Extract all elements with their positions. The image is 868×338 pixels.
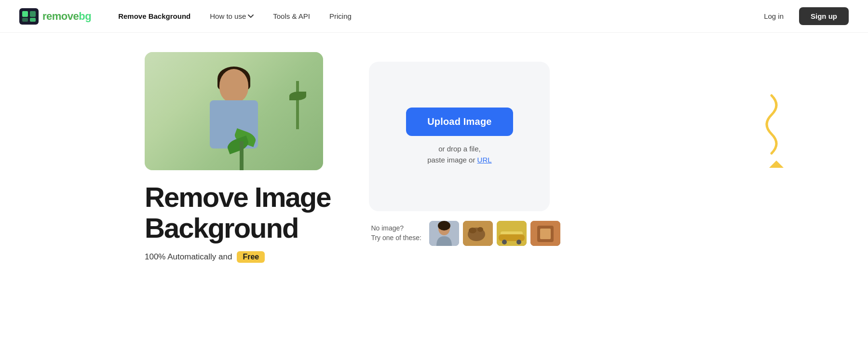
sample-thumb-1[interactable] — [429, 221, 459, 246]
svg-point-12 — [477, 227, 483, 232]
hero-image — [145, 52, 323, 170]
hero-subtext: 100% Automatically and Free — [145, 251, 330, 263]
nav-item-how-to-use[interactable]: How to use — [202, 8, 261, 24]
right-panel: Upload Image or drop a file, paste image… — [369, 52, 829, 246]
upload-card: Upload Image or drop a file, paste image… — [369, 62, 550, 211]
nav-item-remove-bg[interactable]: Remove Background — [110, 8, 198, 24]
svg-rect-0 — [19, 8, 39, 25]
sample-thumb-3[interactable] — [497, 221, 527, 246]
signup-button[interactable]: Sign up — [799, 7, 849, 25]
hero-title: Remove Image Background — [145, 182, 330, 243]
svg-rect-20 — [540, 229, 551, 239]
svg-rect-2 — [30, 11, 36, 17]
nav-item-tools-api[interactable]: Tools & API — [265, 8, 318, 24]
sample-row: No image? Try one of these: — [369, 221, 560, 246]
logo[interactable]: removebg — [19, 8, 91, 25]
sample-thumbs — [429, 221, 560, 246]
svg-rect-3 — [22, 18, 28, 22]
nav-right: Log in Sign up — [756, 7, 849, 25]
svg-rect-1 — [22, 11, 28, 17]
svg-point-17 — [516, 240, 521, 244]
svg-point-11 — [469, 228, 476, 233]
nav-links: Remove Background How to use Tools & API… — [110, 8, 756, 24]
logo-icon — [19, 8, 39, 25]
svg-marker-5 — [769, 161, 784, 168]
plant-in-hands — [222, 122, 261, 170]
sample-thumb-4[interactable] — [530, 221, 560, 246]
drop-text: or drop a file, paste image or URL — [427, 144, 491, 165]
sample-label: No image? Try one of these: — [371, 224, 421, 243]
background-plants — [275, 62, 313, 129]
navbar: removebg Remove Background How to use To… — [0, 0, 868, 33]
left-panel: Remove Image Background 100% Automatical… — [145, 52, 330, 263]
upload-button[interactable]: Upload Image — [406, 108, 513, 136]
free-badge: Free — [237, 251, 265, 263]
squiggle-decoration-top — [694, 86, 791, 182]
nav-item-pricing[interactable]: Pricing — [322, 8, 359, 24]
svg-rect-15 — [499, 234, 525, 241]
hero-image-placeholder — [145, 52, 323, 170]
sample-thumb-2[interactable] — [463, 221, 493, 246]
svg-point-16 — [502, 240, 507, 244]
main-content: Remove Image Background 100% Automatical… — [0, 33, 868, 338]
svg-point-8 — [438, 221, 450, 230]
login-button[interactable]: Log in — [756, 8, 791, 24]
hero-headline: Remove Image Background 100% Automatical… — [145, 182, 330, 263]
svg-rect-4 — [30, 18, 36, 22]
url-link[interactable]: URL — [477, 156, 492, 164]
logo-text: removebg — [42, 10, 91, 23]
chevron-down-icon — [248, 14, 254, 18]
